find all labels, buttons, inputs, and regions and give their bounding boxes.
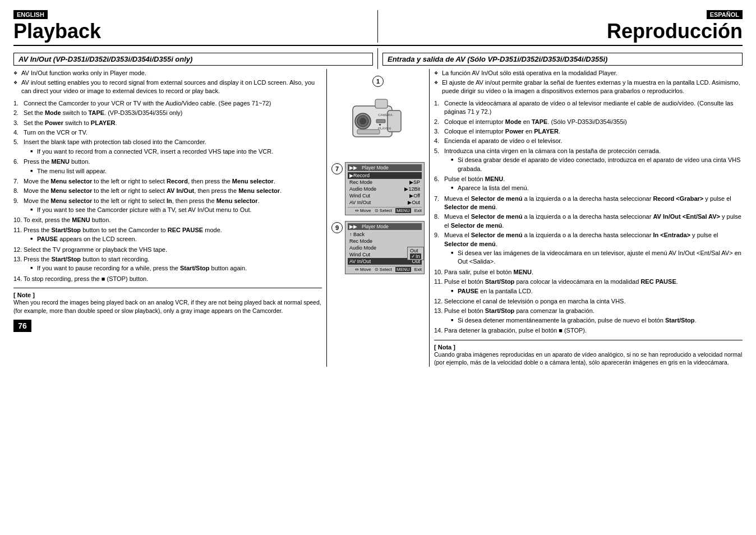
en-step-13: 13. Press the Start/Stop button to start…: [13, 255, 322, 274]
es-step-1: 1. Conecte la videocámara al aparato de …: [434, 99, 743, 117]
es-step-2: 2. Coloque el interruptor Mode en TAPE. …: [434, 118, 743, 126]
menu9-opt-in: ✓In: [410, 253, 421, 259]
en-step-6a: The menu list will appear.: [30, 167, 322, 176]
english-label: ENGLISH: [13, 10, 48, 19]
menu7-section: 7 ▶▶ Player Mode ▶Record Rec Mode▶SP Aud…: [331, 162, 425, 215]
es-note-text: Cuando graba imágenes reproducidas en un…: [434, 350, 743, 367]
lang-badge-en: ENGLISH: [13, 10, 368, 20]
en-step-9: 9. Move the Menu selector to the left or…: [13, 197, 322, 215]
circle-1: 1: [372, 76, 384, 87]
es-bullet-1: La función AV In/Out sólo está operativa…: [434, 69, 743, 77]
es-bullets: La función AV In/Out sólo está operativa…: [434, 69, 743, 96]
en-step-12: 12. Select the TV programme or playback …: [13, 246, 322, 254]
menu9-row-recmode: Rec Mode: [348, 238, 422, 245]
menu7-title-bar: ▶▶ Player Mode: [348, 164, 422, 171]
es-step-11a: PAUSE en la pantalla LCD.: [451, 287, 743, 296]
page-container: ENGLISH Playback ESPAÑOL Reproducción AV…: [13, 10, 743, 367]
es-step-6: 6. Pulse el botón MENU. Aparece la lista…: [434, 175, 743, 193]
svg-text:PLAYER: PLAYER: [378, 127, 391, 130]
en-step-5: 5. Insert the blank tape with protection…: [13, 138, 322, 156]
lang-badge-es: ESPAÑOL: [707, 10, 743, 20]
page-title-es: Reproducción: [607, 20, 743, 43]
es-step-6a: Aparece la lista del menú.: [451, 184, 743, 192]
menu9-section: 9 ▶▶ Player Mode ↑ Back Rec Mode Audio M…: [331, 221, 425, 274]
en-bullets: AV In/Out function works only in Player …: [13, 69, 322, 96]
es-step-13a: Si desea detener momentáneamente la grab…: [451, 316, 743, 325]
menu9-row-back: ↑ Back: [348, 231, 422, 238]
menu9-icon: ▶▶: [349, 224, 357, 229]
menu7-row-windcut: Wind Cut▶Off: [348, 192, 422, 199]
right-column: La función AV In/Out sólo está operativa…: [429, 69, 743, 367]
en-step-13a: If you want to pause recording for a whi…: [30, 264, 322, 273]
en-step-8: 8. Move the Menu selector to the left or…: [13, 187, 322, 195]
menu-screen-7: ▶▶ Player Mode ▶Record Rec Mode▶SP Audio…: [345, 162, 425, 215]
en-step-14: 14. To stop recording, press the ■ (STOP…: [13, 275, 322, 283]
section-title-es: Entrada y salida de AV (Sólo VP-D351i/D3…: [382, 53, 743, 66]
en-note-text: When you record the images being played …: [13, 298, 322, 315]
en-steps: 1. Connect the Camcorder to your VCR or …: [13, 99, 322, 283]
en-step-5a: If you want to record from a connected V…: [30, 147, 322, 156]
es-step-7: 7. Mueva el Selector de menú a la izquie…: [434, 195, 743, 212]
es-step-9a: Si desea ver las imágenes de la videocám…: [451, 249, 743, 266]
circle-7: 7: [331, 163, 343, 174]
en-step-2: 2. Set the Mode switch to TAPE. (VP-D353…: [13, 109, 322, 117]
camcorder-section: 1: [331, 76, 425, 156]
es-step-10: 10. Para salir, pulse el botón MENU.: [434, 268, 743, 276]
es-step-14: 14. Para detener la grabación, pulse el …: [434, 326, 743, 335]
en-step-4: 4. Turn on the VCR or TV.: [13, 128, 322, 137]
en-step-6: 6. Press the MENU button. The menu list …: [13, 158, 322, 176]
menu7-row-avinout: AV In/Out▶Out: [348, 199, 422, 206]
center-images: 1: [327, 69, 429, 367]
es-step-5: 5. Introduzca una cinta virgen en la cám…: [434, 147, 743, 174]
svg-rect-6: [357, 130, 380, 134]
en-step-3: 3. Set the Power switch to PLAYER.: [13, 119, 322, 127]
en-note: [ Note ] When you record the images bein…: [13, 288, 322, 315]
svg-point-3: [359, 118, 366, 124]
camcorder-svg: CAMERA PLAYER ▼: [347, 89, 409, 156]
es-note: [ Nota ] Cuando graba imágenes reproduci…: [434, 340, 743, 367]
en-step-1: 1. Connect the Camcorder to your VCR or …: [13, 99, 322, 108]
es-step-8: 8. Mueva el Selector de menú a la izquie…: [434, 213, 743, 230]
es-step-4: 4. Encienda el aparato de vídeo o el tel…: [434, 137, 743, 145]
menu7-row-audiomode: Audio Mode▶12Bit: [348, 186, 422, 192]
es-bullet-2: El ajuste de AV in/out permite grabar la…: [434, 79, 743, 96]
es-steps: 1. Conecte la videocámara al aparato de …: [434, 99, 743, 335]
svg-text:▼: ▼: [378, 123, 382, 127]
menu9-footer: ⇔ Move⊙ SelectMENUExit: [348, 266, 422, 272]
page-number-badge: 76: [13, 315, 322, 332]
es-step-3: 3. Coloque el interruptor Power en PLAYE…: [434, 127, 743, 136]
en-step-10: 10. To exit, press the MENU button.: [13, 216, 322, 224]
en-bullet-2: AV in/out setting enables you to record …: [13, 79, 322, 96]
menu7-row-recmode: Rec Mode▶SP: [348, 179, 422, 186]
en-step-11: 11. Press the Start/Stop button to set t…: [13, 226, 322, 245]
menu7-icon: ▶▶: [349, 165, 357, 170]
menu-screen-9: ▶▶ Player Mode ↑ Back Rec Mode Audio Mod…: [345, 221, 425, 274]
menu7-footer: ⇔ Move⊙ SelectMENUExit: [348, 207, 422, 213]
page-title-en: Playback: [13, 20, 368, 43]
en-note-title: [ Note ]: [13, 292, 322, 298]
page-number: 76: [13, 320, 31, 332]
es-step-12: 12. Seleccione el canal de televisión o …: [434, 297, 743, 306]
menu9-title: Player Mode: [362, 224, 389, 229]
menu9-title-bar: ▶▶ Player Mode: [348, 223, 422, 230]
es-step-5a: Si desea grabar desde el aparato de víde…: [451, 156, 743, 173]
menu9-opt-out: Out: [410, 248, 421, 253]
espanol-label: ESPAÑOL: [707, 10, 743, 19]
es-note-title: [ Nota ]: [434, 344, 743, 350]
menu9-popup: Out ✓In: [407, 247, 424, 260]
es-step-9: 9. Mueva el Selector de menú a la izquie…: [434, 231, 743, 267]
en-step-11a: PAUSE appears on the LCD screen.: [30, 235, 322, 243]
en-step-9a: If you want to see the Camcorder picture…: [30, 206, 322, 214]
en-step-7: 7. Move the Menu selector to the left or…: [13, 177, 322, 186]
svg-text:CAMERA: CAMERA: [378, 113, 393, 117]
section-title-en: AV In/Out (VP-D351i/D352i/D353i/D354i/D3…: [13, 53, 373, 66]
menu7-row-record: ▶Record: [348, 172, 422, 179]
circle-9: 9: [331, 222, 343, 233]
menu7-title: Player Mode: [362, 165, 389, 170]
en-bullet-1: AV In/Out function works only in Player …: [13, 69, 322, 77]
es-step-11: 11. Pulse el botón Start/Stop para coloc…: [434, 278, 743, 296]
es-step-13: 13. Pulse el botón Start/Stop para comen…: [434, 307, 743, 325]
svg-rect-4: [375, 99, 388, 108]
left-column: AV In/Out function works only in Player …: [13, 69, 327, 367]
